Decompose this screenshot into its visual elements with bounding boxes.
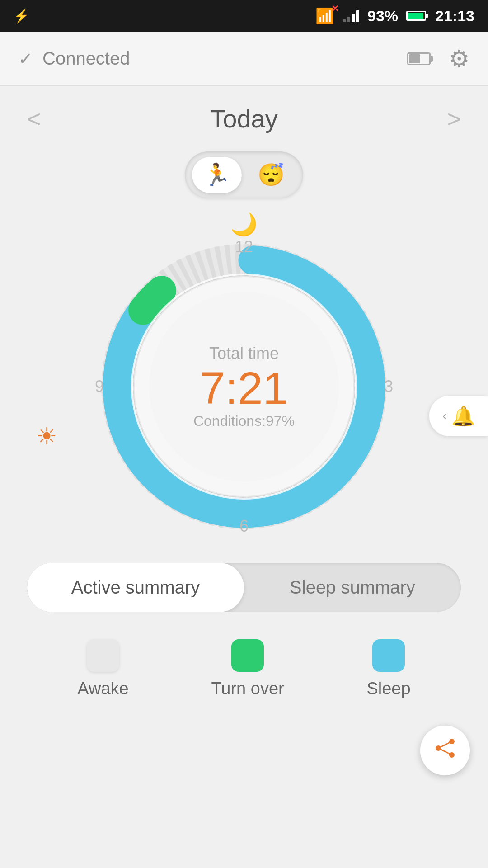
signal-icon [343, 9, 359, 22]
svg-line-12 [438, 748, 452, 755]
clock-3: 3 [384, 377, 393, 396]
device-battery-icon [407, 52, 431, 65]
prev-day-button[interactable]: < [27, 105, 41, 132]
battery-icon [406, 11, 426, 21]
sun-icon: ☀ [36, 423, 57, 450]
awake-legend: Awake [77, 639, 128, 698]
bluetooth-icon: 📶 ✕ [315, 7, 334, 25]
active-mode-button[interactable]: 🏃 [192, 157, 242, 193]
sleep-legend: Sleep [366, 639, 410, 698]
tabs-container: Active summary Sleep summary [27, 563, 461, 612]
active-summary-tab[interactable]: Active summary [27, 563, 244, 612]
fab-area [0, 717, 488, 784]
total-time-value: 7:21 [193, 363, 295, 413]
conditions-text: Conditions:97% [193, 413, 295, 429]
svg-line-11 [438, 741, 452, 748]
day-navigation: < Today > [0, 95, 488, 147]
turnover-legend: Turn over [211, 639, 284, 698]
toggle-pill: 🏃 😴 [185, 151, 303, 198]
chart-center-info: Total time 7:21 Conditions:97% [193, 344, 295, 429]
status-time: 21:13 [435, 7, 474, 25]
awake-label: Awake [77, 679, 128, 698]
moon-icon: 🌙 [230, 212, 258, 237]
battery-percent: 93% [367, 7, 398, 25]
connected-label: Connected [42, 48, 130, 69]
usb-icon: ⚡ [14, 9, 29, 24]
sleep-icon: 😴 [258, 162, 285, 188]
clock-12: 12 [235, 237, 253, 256]
day-title: Today [210, 104, 277, 133]
donut-wrapper: 12 3 6 9 [86, 228, 402, 545]
turnover-label: Turn over [211, 679, 284, 698]
running-icon: 🏃 [203, 162, 230, 188]
next-day-button[interactable]: > [447, 105, 461, 132]
share-icon [434, 737, 456, 764]
sleep-label: Sleep [366, 679, 410, 698]
sleep-chart: ☀ 12 3 6 9 [0, 228, 488, 545]
nav-bar: ✓ Connected ⚙ [0, 32, 488, 86]
sleep-moon-indicator: 🌙 [0, 212, 488, 237]
sleep-summary-tab[interactable]: Sleep summary [244, 563, 461, 612]
mode-toggle: 🏃 😴 [0, 151, 488, 198]
check-icon: ✓ [18, 48, 33, 69]
summary-tabs: Active summary Sleep summary [27, 563, 461, 612]
sleep-dot [372, 639, 405, 672]
main-content: < Today > 🏃 😴 🌙 ‹ 🔔 ☀ 12 3 [0, 86, 488, 793]
settings-icon[interactable]: ⚙ [449, 45, 470, 72]
share-button[interactable] [420, 726, 470, 775]
clock-9: 9 [95, 377, 104, 396]
legend-area: Awake Turn over Sleep [0, 621, 488, 717]
clock-6: 6 [239, 517, 249, 536]
turnover-dot [231, 639, 264, 672]
total-time-label: Total time [193, 344, 295, 363]
awake-dot [87, 639, 119, 672]
status-bar: ⚡ 📶 ✕ 93% 21:13 [0, 0, 488, 32]
sleep-mode-button[interactable]: 😴 [246, 157, 296, 193]
